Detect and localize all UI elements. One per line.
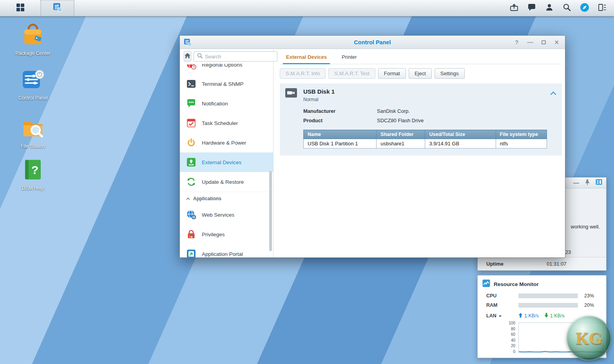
- field-label: Product: [303, 118, 377, 123]
- window-app-icon: [184, 38, 192, 46]
- sidebar-item-label: Web Services: [202, 212, 234, 218]
- widgets-button[interactable]: [593, 0, 611, 16]
- sidebar-item-update-restore[interactable]: Update & Restore: [180, 172, 273, 192]
- sidebar-item-web-services[interactable]: Web Services: [180, 205, 273, 225]
- sidebar-item-task-scheduler[interactable]: Task Scheduler: [180, 113, 273, 133]
- sidebar-scrollbar-thumb[interactable]: [269, 171, 272, 251]
- usb-tray-icon: [509, 3, 519, 14]
- desktop-icon-label: Control Panel: [18, 95, 48, 101]
- chat-bubble-icon: [527, 3, 536, 14]
- application-portal-icon: [186, 249, 196, 257]
- external-device-tray-button[interactable]: [505, 0, 523, 16]
- desktop-icon-package-center[interactable]: Package Center: [9, 23, 56, 57]
- external-devices-icon: [186, 157, 196, 167]
- widget-minimize-icon[interactable]: —: [573, 180, 579, 186]
- cell-name: USB Disk 1 Partition 1: [304, 139, 377, 148]
- sidebar-header: [180, 49, 273, 64]
- control-panel-window: Control Panel ? — ×: [179, 35, 565, 258]
- button-label: S.M.A.R.T. Test: [334, 71, 369, 76]
- home-icon: [184, 53, 191, 60]
- terminal-icon: [186, 79, 196, 89]
- search-button[interactable]: [558, 0, 576, 16]
- sidebar-item-terminal-snmp[interactable]: Terminal & SNMP: [180, 74, 273, 94]
- settings-button[interactable]: Settings: [435, 68, 465, 79]
- y-tick: 40: [478, 338, 515, 342]
- tab-label: Printer: [342, 54, 357, 60]
- tab-bar: External Devices Printer: [280, 49, 562, 64]
- smart-info-button: S.M.A.R.T. Info: [280, 68, 326, 79]
- sidebar-item-application-portal[interactable]: Application Portal: [180, 244, 273, 257]
- panel-toggle-icon[interactable]: [596, 179, 602, 187]
- resource-monitor-icon: [482, 279, 490, 289]
- cpu-value: 23%: [584, 293, 594, 299]
- open-app-control-panel-button[interactable]: [41, 0, 74, 16]
- column-header: Shared Folder: [377, 130, 425, 139]
- search-icon: [197, 53, 203, 60]
- column-header: File system type: [496, 130, 547, 139]
- lan-download-value: 1 KB/s: [550, 313, 565, 319]
- cell-shared-folder: usbshare1: [377, 139, 425, 148]
- sidebar-search[interactable]: [194, 51, 277, 62]
- ram-row: RAM 20%: [486, 301, 606, 310]
- tab-external-devices[interactable]: External Devices: [280, 51, 333, 64]
- column-header: Name: [304, 130, 377, 139]
- minimize-icon[interactable]: —: [527, 39, 533, 45]
- eject-button[interactable]: Eject: [409, 68, 432, 79]
- control-panel-content: External Devices Printer S.M.A.R.T. Info…: [273, 49, 565, 257]
- y-tick: 80: [478, 327, 515, 331]
- y-tick: 60: [478, 332, 515, 337]
- sidebar-item-external-devices[interactable]: External Devices: [180, 152, 273, 172]
- smart-test-button: S.M.A.R.T. Test: [328, 68, 375, 79]
- uptime-row: Uptime 01:31:07: [478, 257, 606, 270]
- desktop-icon-control-panel[interactable]: Control Panel: [9, 67, 56, 101]
- window-titlebar[interactable]: Control Panel ? — ×: [180, 36, 565, 49]
- field-row: Product SDCZ80 Flash Drive: [303, 116, 556, 125]
- main-menu-button[interactable]: [0, 0, 41, 16]
- sidebar-item-regional-options[interactable]: Regional Options: [180, 64, 273, 74]
- search-input[interactable]: [205, 54, 274, 60]
- collapse-chevron-icon[interactable]: [550, 90, 556, 97]
- notifications-button[interactable]: [523, 0, 540, 16]
- pin-icon[interactable]: [585, 179, 590, 187]
- device-name: USB Disk 1: [303, 88, 335, 95]
- help-icon[interactable]: ?: [515, 39, 518, 45]
- button-label: Format: [384, 71, 400, 76]
- help-button[interactable]: [576, 0, 593, 16]
- sidebar-item-label: Hardware & Power: [202, 140, 246, 146]
- control-panel-icon: [21, 67, 45, 93]
- sidebar-item-privileges[interactable]: Privileges: [180, 225, 273, 244]
- svg-text:?: ?: [31, 163, 38, 176]
- regional-options-icon: [186, 64, 196, 70]
- format-button[interactable]: Format: [378, 68, 406, 79]
- cpu-label: CPU: [486, 293, 518, 299]
- window-title: Control Panel: [180, 39, 565, 45]
- usb-device-icon: [285, 88, 297, 99]
- lan-selector[interactable]: LAN: [486, 313, 518, 319]
- device-fields: Manufacturer SanDisk Corp. Product SDCZ8…: [303, 106, 556, 125]
- help-compass-icon: [580, 2, 590, 14]
- home-button[interactable]: [184, 51, 191, 62]
- power-icon: [186, 138, 196, 148]
- sidebar-item-notification[interactable]: Notification: [180, 94, 273, 113]
- desktop-icon-dsm-help[interactable]: ? DSM Help: [9, 158, 56, 192]
- cell-filesystem: ntfs: [496, 139, 547, 148]
- watermark-logo: KG: [567, 316, 611, 360]
- user-menu-button[interactable]: [540, 0, 558, 16]
- lan-upload-value: 1 KB/s: [524, 313, 539, 319]
- desktop-icon-file-station[interactable]: File Station: [9, 116, 56, 150]
- update-restore-icon: [186, 177, 196, 187]
- device-status: Normal: [303, 97, 335, 102]
- cpu-row: CPU 23%: [486, 291, 606, 301]
- maximize-icon[interactable]: [542, 40, 546, 44]
- sidebar-section-applications[interactable]: Applications: [180, 192, 273, 205]
- lan-caret-icon: [498, 313, 502, 319]
- sidebar-item-hardware-power[interactable]: Hardware & Power: [180, 133, 273, 152]
- resource-monitor-title: Resource Monitor: [494, 281, 539, 287]
- control-panel-mini-icon: [53, 3, 62, 14]
- sidebar-item-label: Regional Options: [202, 64, 243, 68]
- close-icon[interactable]: ×: [554, 39, 559, 46]
- table-row[interactable]: USB Disk 1 Partition 1 usbshare1 3.9/14.…: [304, 139, 547, 148]
- lan-stats: 1 KB/s 1 KB/s: [518, 313, 565, 319]
- tab-printer[interactable]: Printer: [335, 51, 363, 64]
- web-services-icon: [186, 210, 196, 220]
